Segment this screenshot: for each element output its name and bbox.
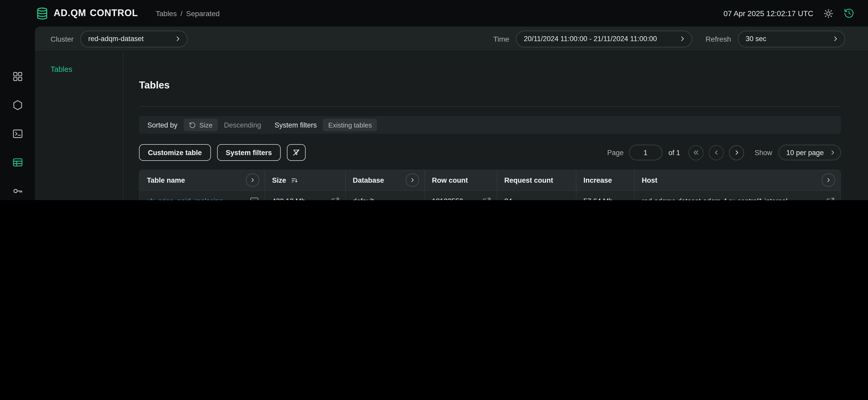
main-panel: Tables Sorted by Size xyxy=(123,52,868,200)
sidebar-item-tables[interactable] xyxy=(6,148,28,176)
brand-name-secondary: CONTROL xyxy=(90,8,138,19)
rotate-ccw-icon xyxy=(189,122,196,128)
request-count-value: 84 xyxy=(504,197,512,200)
page-of-text: of 1 xyxy=(668,148,680,157)
keys-icon xyxy=(12,185,23,197)
increase-value: 57.64 Mb xyxy=(583,197,613,200)
brand-name: AD.QM CONTROL xyxy=(54,8,138,19)
page-input[interactable] xyxy=(629,145,662,160)
brand-logo-icon xyxy=(35,6,49,20)
table-name-column-expand-button[interactable] xyxy=(246,174,259,187)
column-header-table-name: Table name xyxy=(147,176,185,184)
cluster-select-value: red-adqm-dataset xyxy=(88,35,144,43)
pagination-first-button[interactable] xyxy=(688,145,704,160)
system-filter-chip[interactable]: Existing tables xyxy=(323,119,377,131)
current-datetime: 07 Apr 2025 12:02:17 UTC xyxy=(723,9,813,18)
breadcrumb-separator: / xyxy=(180,9,183,18)
time-range-value: 20/11/2024 11:00:00 - 21/11/2024 11:00:0… xyxy=(524,35,657,43)
terminal-icon xyxy=(249,196,259,200)
system-filter-chip-label: Existing tables xyxy=(328,121,372,129)
database-value: default xyxy=(353,197,374,200)
show-label: Show xyxy=(754,148,772,157)
chevron-right-icon xyxy=(174,35,182,43)
open-host-button[interactable] xyxy=(826,197,835,200)
time-range-select[interactable]: 20/11/2024 11:00:00 - 21/11/2024 11:00:0… xyxy=(516,30,692,47)
host-value: red-adqmc-dataset-adqm-4.ru-central1.int… xyxy=(642,197,787,200)
sidebar xyxy=(0,27,35,200)
secondary-nav: Tables xyxy=(35,52,123,200)
tables-table: Table name Size xyxy=(139,170,841,200)
reset-filters-button[interactable] xyxy=(287,144,306,161)
pagination-top: Page of 1 xyxy=(607,145,841,160)
cluster-icon xyxy=(12,99,23,110)
open-size-details-button[interactable] xyxy=(330,197,340,200)
pagination-next-button[interactable] xyxy=(729,145,744,160)
per-page-select[interactable]: 10 per page xyxy=(778,145,841,160)
sort-chip[interactable]: Size xyxy=(184,119,218,131)
cluster-toolbar: Cluster red-adqm-dataset Time 20/11/2024… xyxy=(35,27,868,52)
table-body: uk_price_paid_replacing 430.13 Mb xyxy=(140,191,840,200)
column-header-request-count: Request count xyxy=(504,176,553,184)
top-bar: AD.QM CONTROL Tables / Separated 07 Apr … xyxy=(0,0,868,27)
table-name-link[interactable]: uk_price_paid_replacing xyxy=(147,197,223,200)
customize-table-button[interactable]: Customize table xyxy=(139,144,211,161)
workspace: Cluster red-adqm-dataset Time 20/11/2024… xyxy=(35,27,868,200)
database-column-expand-button[interactable] xyxy=(405,174,419,187)
cluster-select[interactable]: red-adqm-dataset xyxy=(81,30,188,47)
subnav-item-tables[interactable]: Tables xyxy=(51,65,123,73)
sidebar-item-keys[interactable] xyxy=(6,176,28,200)
sidebar-item-console[interactable] xyxy=(6,119,28,148)
title-divider xyxy=(139,106,841,107)
pagination-prev-button[interactable] xyxy=(709,145,724,160)
refresh-interval-select[interactable]: 30 sec xyxy=(738,30,845,47)
time-label: Time xyxy=(493,35,509,43)
open-row-count-details-button[interactable] xyxy=(482,197,491,200)
sidebar-item-cluster[interactable] xyxy=(6,91,28,119)
sort-descending-icon[interactable] xyxy=(290,176,298,184)
sorted-by-label: Sorted by xyxy=(147,121,178,129)
actions-row: Customize table System filters Page xyxy=(139,144,841,161)
theme-toggle-sun-icon[interactable] xyxy=(823,8,834,19)
chevron-left-icon xyxy=(713,149,720,156)
content: Tables Tables Sorted by xyxy=(35,52,868,200)
open-console-button[interactable] xyxy=(249,196,259,200)
chevron-right-icon xyxy=(733,149,740,156)
page-label: Page xyxy=(607,148,623,157)
layout: Cluster red-adqm-dataset Time 20/11/2024… xyxy=(0,27,868,200)
breadcrumb: Tables / Separated xyxy=(156,9,220,18)
history-icon[interactable] xyxy=(843,8,855,19)
chevron-right-icon xyxy=(679,35,686,43)
size-value: 430.13 Mb xyxy=(272,197,305,200)
table-row: uk_price_paid_replacing 430.13 Mb xyxy=(140,191,840,200)
refresh-label: Refresh xyxy=(706,35,731,43)
chevron-right-icon xyxy=(829,149,836,156)
breadcrumb-section[interactable]: Tables xyxy=(156,9,177,18)
column-header-increase: Increase xyxy=(583,176,612,184)
top-bar-right: 07 Apr 2025 12:02:17 UTC xyxy=(723,8,855,19)
column-header-database: Database xyxy=(353,176,384,184)
sidebar-item-dashboard[interactable] xyxy=(6,62,28,91)
brand-name-primary: AD.QM xyxy=(54,8,86,19)
system-filters-button[interactable]: System filters xyxy=(217,144,281,161)
row-count-value: 18122550 xyxy=(432,197,463,200)
page-title: Tables xyxy=(139,80,841,91)
table-header-row: Table name Size xyxy=(140,170,840,191)
breadcrumb-page[interactable]: Separated xyxy=(186,9,220,18)
external-link-icon xyxy=(826,197,835,200)
sort-direction: Descending xyxy=(224,121,261,129)
column-header-row-count: Row count xyxy=(432,176,468,184)
chevrons-left-icon xyxy=(692,149,700,156)
host-column-expand-button[interactable] xyxy=(822,174,835,187)
sort-chip-label: Size xyxy=(199,121,213,129)
chevron-right-icon xyxy=(832,35,839,43)
column-header-host: Host xyxy=(642,176,657,184)
refresh-interval-value: 30 sec xyxy=(746,35,767,43)
console-icon xyxy=(12,128,23,139)
tables-icon xyxy=(12,157,23,168)
system-filters-label: System filters xyxy=(275,121,317,129)
external-link-icon xyxy=(482,197,491,200)
app: AD.QM CONTROL Tables / Separated 07 Apr … xyxy=(0,0,868,200)
brand[interactable]: AD.QM CONTROL xyxy=(35,6,138,20)
dashboard-icon xyxy=(12,70,23,82)
per-page-value: 10 per page xyxy=(786,148,824,157)
